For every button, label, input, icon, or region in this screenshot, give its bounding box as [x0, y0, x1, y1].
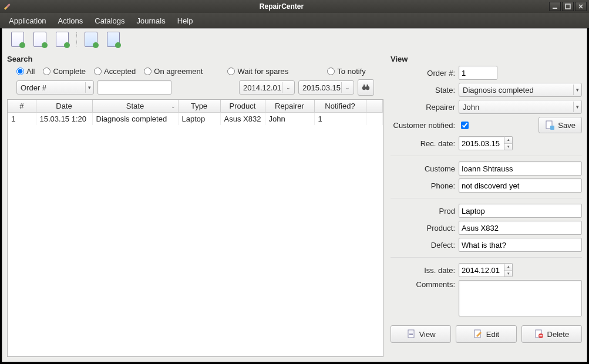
radio-to-notify[interactable]: To notify: [327, 67, 365, 76]
rec-date-input[interactable]: [459, 136, 504, 150]
tool-export-icon[interactable]: [54, 31, 70, 48]
state-label: State:: [391, 86, 456, 95]
rec-date-label: Rec. date:: [391, 139, 456, 148]
search-title: Search: [7, 55, 383, 63]
state-select[interactable]: Diagnosis completed▾: [459, 83, 582, 97]
save-icon: [545, 120, 554, 130]
iss-date-label: Iss. date:: [391, 266, 456, 275]
order-no-label: Order #:: [391, 69, 456, 77]
customer-label: Custome: [391, 164, 456, 173]
radio-on-agreement[interactable]: On agreement: [144, 67, 203, 76]
radio-wait-spares[interactable]: Wait for spares: [227, 67, 288, 76]
col-repairer[interactable]: Repairer: [265, 100, 314, 113]
product-label: Product:: [391, 224, 456, 232]
search-button[interactable]: [358, 79, 374, 96]
svg-rect-12: [409, 332, 413, 332]
col-date[interactable]: Date: [36, 100, 92, 113]
phone-label: Phone:: [391, 181, 456, 190]
window-title: RepairCenter: [14, 2, 549, 11]
toolbar-separator: [76, 32, 77, 46]
prod-type-input[interactable]: [459, 204, 582, 218]
order-no-input[interactable]: [459, 66, 497, 80]
chevron-down-icon: ▾: [85, 82, 91, 93]
search-input[interactable]: [97, 80, 171, 95]
radio-complete[interactable]: Complete: [43, 67, 86, 76]
app-icon: [2, 2, 12, 11]
field-select[interactable]: Order # ▾: [16, 80, 94, 95]
iss-date-input[interactable]: [459, 263, 504, 277]
col-spacer: [366, 100, 383, 113]
svg-rect-7: [367, 85, 369, 87]
tool-new-icon[interactable]: [9, 31, 26, 48]
sort-icon: ⌄: [171, 103, 176, 109]
radio-accepted[interactable]: Accepted: [94, 67, 136, 76]
chevron-down-icon: ▾: [573, 85, 579, 95]
defect-input[interactable]: [459, 238, 582, 252]
col-state[interactable]: State⌄: [92, 100, 178, 113]
col-type[interactable]: Type: [178, 100, 220, 113]
repairer-select[interactable]: John▾: [459, 100, 582, 114]
svg-rect-8: [365, 87, 367, 89]
view-button[interactable]: View: [391, 325, 451, 343]
chevron-down-icon: ⌄: [282, 82, 294, 93]
edit-icon: [473, 329, 483, 339]
toolbar: [2, 29, 587, 50]
filter-radios: All Complete Accepted On agreement Wait …: [7, 66, 383, 79]
table-row[interactable]: 1 15.03.15 1:20 Diagnosis completed Lapt…: [8, 113, 383, 126]
product-input[interactable]: [459, 221, 582, 235]
menu-catalogs[interactable]: Catalogs: [89, 14, 130, 28]
tool-sync-icon[interactable]: [83, 31, 99, 48]
edit-button[interactable]: Edit: [456, 325, 516, 343]
prod-type-label: Prod: [391, 207, 456, 215]
close-button[interactable]: [575, 2, 587, 11]
repairer-label: Repairer: [391, 103, 456, 112]
svg-rect-10: [550, 126, 554, 130]
menu-actions[interactable]: Actions: [52, 14, 89, 28]
orders-table[interactable]: # Date State⌄ Type Product Repairer Noti…: [7, 99, 383, 357]
chevron-down-icon: ▾: [573, 102, 579, 112]
svg-rect-13: [409, 333, 413, 333]
menubar: Application Actions Catalogs Journals He…: [0, 13, 589, 28]
svg-rect-14: [409, 334, 413, 335]
rec-date-spinner[interactable]: ▴▾: [504, 136, 513, 150]
svg-rect-2: [553, 8, 557, 9]
delete-button[interactable]: Delete: [521, 325, 582, 343]
delete-icon: [534, 329, 544, 339]
menu-application[interactable]: Application: [3, 14, 52, 28]
menu-help[interactable]: Help: [171, 14, 199, 28]
svg-rect-18: [539, 335, 542, 336]
iss-date-spinner[interactable]: ▴▾: [504, 263, 513, 277]
chevron-down-icon: ⌄: [341, 82, 354, 93]
binoculars-icon: [361, 83, 371, 92]
col-product[interactable]: Product: [220, 100, 265, 113]
titlebar: RepairCenter: [0, 0, 589, 13]
col-notified[interactable]: Notified?: [314, 100, 366, 113]
tool-import-icon[interactable]: [32, 31, 48, 48]
save-button[interactable]: Save: [538, 117, 582, 133]
comments-label: Comments:: [391, 280, 456, 289]
svg-rect-6: [364, 85, 365, 87]
notified-checkbox[interactable]: [461, 122, 469, 129]
svg-rect-3: [566, 4, 570, 9]
phone-input[interactable]: [459, 178, 582, 193]
minimize-button[interactable]: [549, 2, 561, 11]
notified-label: Customer notified:: [391, 121, 456, 130]
date-to[interactable]: 2015.03.15 ⌄: [298, 80, 354, 95]
menu-journals[interactable]: Journals: [131, 14, 171, 28]
defect-label: Defect:: [391, 241, 456, 250]
col-num[interactable]: #: [8, 100, 36, 113]
date-from[interactable]: 2014.12.01 ⌄: [239, 80, 295, 95]
radio-all[interactable]: All: [16, 67, 35, 76]
tool-refresh-icon[interactable]: [105, 31, 122, 48]
document-icon: [406, 329, 416, 339]
view-title: View: [391, 55, 582, 63]
maximize-button[interactable]: [562, 2, 574, 11]
filter-row: Order # ▾ 2014.12.01 ⌄ 2015.03.15 ⌄: [7, 79, 383, 99]
customer-input[interactable]: [459, 161, 582, 176]
comments-input[interactable]: [459, 280, 582, 316]
svg-rect-11: [408, 330, 414, 338]
